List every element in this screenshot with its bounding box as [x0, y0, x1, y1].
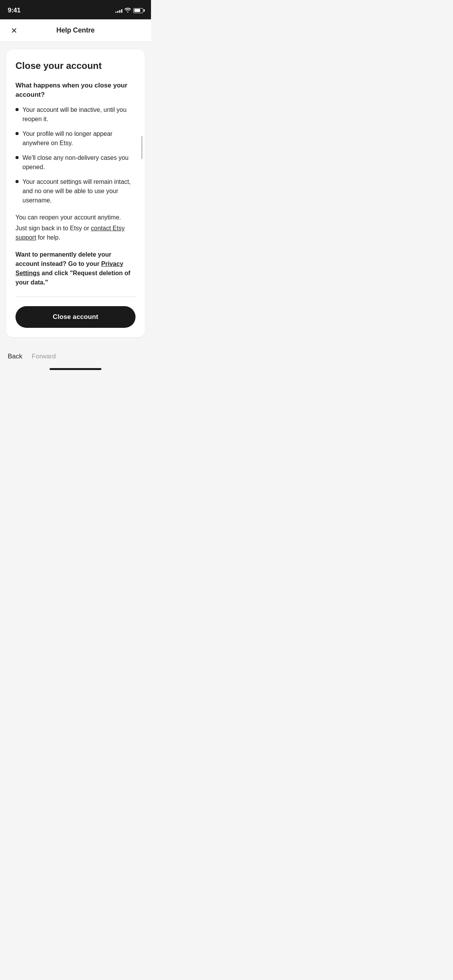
status-icons — [115, 7, 143, 14]
wifi-icon — [125, 7, 131, 14]
contact-suffix: for help. — [36, 234, 60, 241]
bullet-dot — [15, 108, 19, 111]
close-button[interactable]: ✕ — [8, 23, 21, 38]
card-wrapper: Close your account What happens when you… — [6, 50, 145, 337]
bullet-text-2: Your profile will no longer appear anywh… — [22, 129, 136, 148]
battery-icon — [133, 8, 143, 13]
close-icon: ✕ — [11, 26, 17, 35]
what-happens-heading: What happens when you close your account… — [15, 81, 136, 99]
card-title: Close your account — [15, 60, 136, 72]
signal-icon — [115, 8, 122, 13]
bullet-list: Your account will be inactive, until you… — [15, 105, 136, 205]
page-title: Help Centre — [57, 26, 95, 34]
status-time: 9:41 — [8, 7, 21, 14]
bullet-dot — [15, 180, 19, 183]
delete-text: Want to permanently delete your account … — [15, 250, 136, 287]
back-label: Back — [8, 353, 22, 360]
back-button[interactable]: Back — [8, 351, 22, 362]
contact-text: Just sign back in to Etsy or contact Ets… — [15, 224, 136, 242]
scroll-indicator — [141, 136, 142, 159]
home-bar — [50, 368, 101, 370]
list-item: Your profile will no longer appear anywh… — [15, 129, 136, 148]
delete-prefix: Want to permanently delete your account … — [15, 251, 111, 267]
bullet-text-3: We'll close any non-delivery cases you o… — [22, 153, 136, 172]
list-item: We'll close any non-delivery cases you o… — [15, 153, 136, 172]
reopen-text: You can reopen your account anytime. — [15, 213, 136, 222]
close-account-label: Close account — [53, 313, 98, 320]
home-indicator — [0, 365, 151, 375]
contact-prefix: Just sign back in to Etsy or — [15, 225, 91, 231]
close-account-button[interactable]: Close account — [15, 306, 136, 328]
main-content: Close your account What happens when you… — [0, 42, 151, 345]
forward-label: Forward — [32, 353, 56, 360]
bullet-text-1: Your account will be inactive, until you… — [22, 105, 136, 124]
list-item: Your account settings will remain intact… — [15, 177, 136, 205]
nav-bar: ✕ Help Centre — [0, 19, 151, 42]
bottom-nav: Back Forward — [0, 345, 151, 365]
status-bar: 9:41 — [0, 0, 151, 19]
divider — [15, 296, 136, 297]
bullet-dot — [15, 132, 19, 135]
list-item: Your account will be inactive, until you… — [15, 105, 136, 124]
forward-button[interactable]: Forward — [32, 351, 56, 362]
bullet-dot — [15, 156, 19, 159]
help-card: Close your account What happens when you… — [6, 50, 145, 337]
bullet-text-4: Your account settings will remain intact… — [22, 177, 136, 205]
